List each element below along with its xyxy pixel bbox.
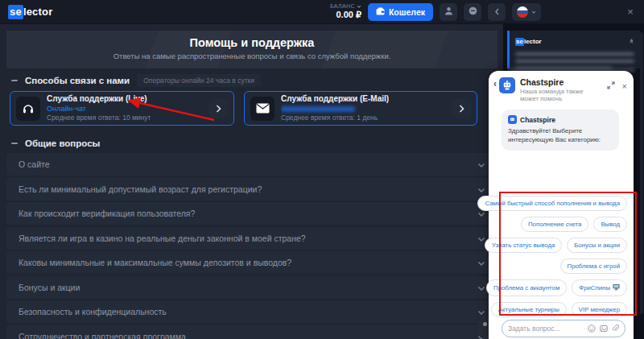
balance-label: БАЛАНС [330,3,355,10]
card-live-title: Служба поддержки (Live) [47,94,151,105]
chevron-right-icon [459,101,464,116]
wallet-button[interactable]: Кошелек [368,3,433,21]
faq-row[interactable]: Есть ли минимальный допустимый возраст д… [6,178,497,201]
chat-back-button[interactable]: ‹ [493,77,499,89]
card-live-open-button[interactable] [208,99,228,118]
chat-subtitle: Наша команда также может помочь [520,88,594,102]
faq-question: Как происходит верификация пользователя? [19,209,195,218]
faq-question: Сотрудничество и партнерская программа [19,332,186,339]
sidebar-scrollbar[interactable] [640,32,643,314]
monitor-icon [613,283,620,292]
emoji-button[interactable] [588,325,596,333]
profile-button[interactable] [440,3,457,21]
chat-close-button[interactable]: × [622,80,627,92]
pill-label: Проблема с игрой [568,263,620,270]
image-icon [600,325,608,333]
chat-widget: ‹ Chastspire Наша команда также может по… [489,71,634,339]
faq-row[interactable]: Каковы минимальные и максимальные суммы … [6,251,497,274]
chevron-down-icon [477,182,485,196]
faq-row[interactable]: Является ли игра в казино на реальные де… [6,227,497,250]
site-logo[interactable]: selector [8,6,52,18]
chevron-down-icon [477,255,485,270]
pin-icon [629,34,634,48]
faq-question: Безопасность и конфиденциальность [19,307,167,316]
faq-row[interactable]: Безопасность и конфиденциальность [6,300,497,323]
message-author: Chastspire [520,116,555,124]
faq-row[interactable]: Бонусы и акции [6,276,497,299]
faq-row[interactable]: Сотрудничество и партнерская программа [6,325,497,339]
message-text: Здравствуйте! Выберите интересующую Вас … [508,127,613,145]
faq-question: Бонусы и акции [19,283,80,292]
support-card-live[interactable]: Служба поддержки (Live) Онлайн-чат Средн… [10,91,234,126]
category-pill[interactable]: Узнать статус вывода [485,238,562,253]
faq-question: Есть ли минимальный допустимый возраст д… [19,184,262,194]
russian-flag-icon [517,6,528,18]
robot-icon [502,81,512,90]
card-email-texts: Служба поддержки (E-Mail) Среднее время … [281,94,389,122]
pill-label: Бонусы и акции [574,242,620,249]
chat-header: ‹ Chastspire Наша команда также может по… [489,71,634,107]
pill-label: Проблема с аккаунтом [493,284,559,291]
person-icon [444,6,453,18]
chat-titles: Chastspire Наша команда также может помо… [520,77,594,102]
category-pill[interactable]: Актуальные турниры [491,302,567,317]
online-chat-link[interactable]: Онлайн-чат [47,105,151,114]
email-address-redacted[interactable] [281,106,355,112]
chat-title: Chastspire [520,77,594,87]
faq-section-header[interactable]: Общие вопросы [11,138,100,148]
support-card-email[interactable]: Служба поддержки (E-Mail) Среднее время … [244,91,477,126]
language-selector[interactable] [512,3,541,21]
close-icon: × [627,6,634,18]
faq-question: О сайте [19,159,50,169]
category-pill[interactable]: Пополнение счета [521,217,588,232]
chat-avatar [499,77,515,93]
category-pill[interactable]: Вывод [593,217,627,232]
operators-online-badge: Операторы онлайн 24 часа в сутки [137,74,261,87]
close-overlay-button[interactable]: × [623,5,638,19]
chat-expand-button[interactable] [607,80,615,92]
category-pill[interactable]: VIP менеджер [572,302,627,317]
question-input[interactable] [508,325,584,333]
pill-label: Самый быстрый способ пополнения и вывода [485,200,620,207]
gif-button[interactable] [600,325,608,333]
attach-button[interactable] [612,325,619,333]
collapse-icon [11,143,18,144]
card-email-open-button[interactable] [452,99,471,118]
category-pill[interactable]: Проблема с аккаунтом [486,279,567,296]
balance-dropdown[interactable]: БАЛАНС 0.00 ₽ [330,3,361,21]
balance-value: 0.00 ₽ [330,10,361,20]
category-pill[interactable]: Проблема с игрой [560,258,627,274]
pill-label: Вывод [601,221,620,228]
chevron-right-icon [216,101,221,116]
page-title: Помощь и поддержка [6,36,497,49]
logo-prefix: se [8,5,23,19]
card-live-texts: Служба поддержки (Live) Онлайн-чат Средн… [47,94,151,122]
chevron-down-icon [357,4,361,9]
card-email-title: Служба поддержки (E-Mail) [281,94,389,105]
logo-suffix: lector [23,6,53,18]
messages-button[interactable] [464,3,481,21]
category-pill-freespins[interactable]: ФриСпины [572,279,627,296]
page-subtitle: Ответы на самые распространенные вопросы… [6,52,497,60]
contact-section-title: Способы связи с нами [25,76,130,85]
wallet-icon [376,7,385,17]
category-pill[interactable]: Бонусы и акции [567,238,627,253]
envelope-icon [250,97,275,121]
topbar-actions: БАЛАНС 0.00 ₽ Кошелек [330,3,541,21]
category-pills: Самый быстрый способ пополнения и вывода… [493,196,627,317]
pill-label: VIP менеджер [579,306,620,313]
category-pill[interactable]: Самый быстрый способ пополнения и вывода [477,196,627,211]
wallet-button-label: Кошелек [389,7,425,17]
contact-section-header[interactable]: Способы связи с нами Операторы онлайн 24… [11,74,261,87]
faq-row[interactable]: О сайте [6,153,497,176]
chat-history-item[interactable]: selector [507,31,640,68]
top-bar: selector БАЛАНС 0.00 ₽ Кошелек [0,0,644,24]
smiley-icon [588,325,596,333]
close-icon: × [622,81,627,91]
bot-mini-avatar [508,115,517,124]
collapse-panel-button[interactable] [488,3,506,21]
faq-list: О сайте Есть ли минимальный допустимый в… [6,153,497,339]
faq-row[interactable]: Как происходит верификация пользователя? [6,202,497,225]
chat-bubble-icon [469,6,477,18]
pill-label: Узнать статус вывода [492,242,555,249]
